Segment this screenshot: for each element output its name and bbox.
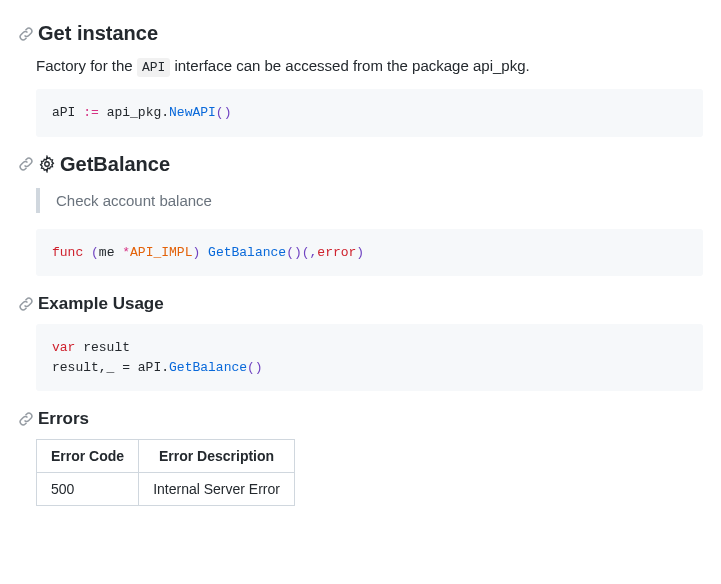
link-icon[interactable] [18,296,34,312]
link-icon[interactable] [18,26,34,42]
col-error-code: Error Code [37,440,139,473]
section-title: Example Usage [38,294,164,314]
section-errors-heading: Errors [18,409,703,429]
section-title: Errors [38,409,89,429]
col-error-desc: Error Description [139,440,295,473]
getbalance-summary: Check account balance [36,188,703,213]
gear-icon [38,155,56,173]
errors-table: Error Code Error Description 500 Interna… [36,439,295,506]
code-block-example-usage: var result result,_ = aPI.GetBalance() [36,324,703,391]
get-instance-description: Factory for the API interface can be acc… [36,57,703,75]
section-example-usage-heading: Example Usage [18,294,703,314]
inline-code-api: API [137,58,170,77]
table-header-row: Error Code Error Description [37,440,295,473]
section-get-instance-heading: Get instance [18,22,703,45]
code-block-getbalance-sig: func (me *API_IMPL) GetBalance()(,error) [36,229,703,277]
section-getbalance-heading: GetBalance [18,153,703,176]
code-block-get-instance: aPI := api_pkg.NewAPI() [36,89,703,137]
svg-point-0 [45,162,50,167]
cell-error-desc: Internal Server Error [139,473,295,506]
section-title: Get instance [38,22,158,45]
link-icon[interactable] [18,411,34,427]
section-title: GetBalance [60,153,170,176]
table-row: 500 Internal Server Error [37,473,295,506]
link-icon[interactable] [18,156,34,172]
cell-error-code: 500 [37,473,139,506]
